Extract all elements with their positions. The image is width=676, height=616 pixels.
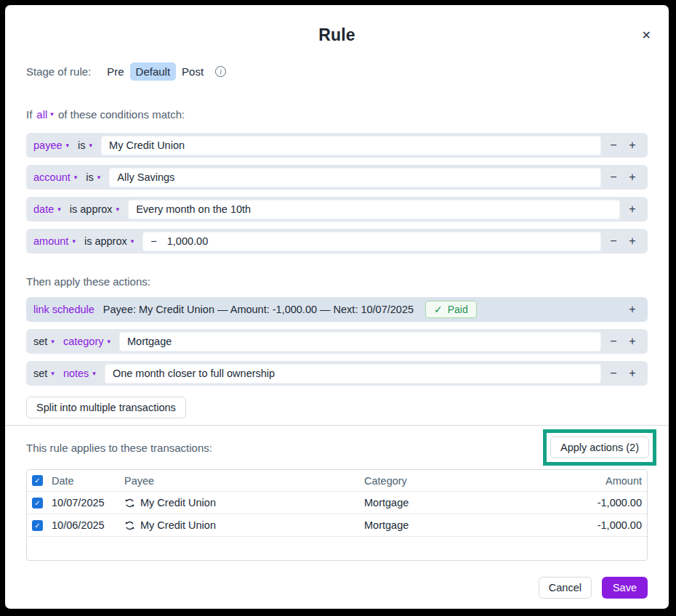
add-condition-button[interactable]: + xyxy=(623,135,642,155)
remove-action-button[interactable]: − xyxy=(604,331,623,352)
stage-option-default[interactable]: Default xyxy=(130,62,177,81)
condition-value-input[interactable] xyxy=(109,168,601,187)
recurring-icon xyxy=(124,498,135,508)
condition-op-select[interactable]: is approx ▾ xyxy=(70,203,119,215)
conditions-heading-suffix: of these conditions match: xyxy=(58,108,185,121)
chevron-down-icon: ▾ xyxy=(51,339,55,345)
row-controls: − + xyxy=(604,231,642,251)
action-verb-select[interactable]: set ▾ xyxy=(33,368,55,379)
row-checkbox[interactable]: ✓ xyxy=(32,498,43,508)
transaction-row[interactable]: ✓ 10/06/2025 My Credit Union Mortgage -1… xyxy=(27,514,647,536)
transaction-amount: -1,000.00 xyxy=(597,497,642,508)
action-field-select[interactable]: notes ▾ xyxy=(63,368,96,379)
select-all-checkbox[interactable]: ✓ xyxy=(32,475,43,486)
conditions-heading: If all ▾ of these conditions match: xyxy=(26,108,648,121)
column-header-category: Category xyxy=(364,475,605,487)
condition-op-label: is xyxy=(78,139,85,151)
condition-field-select[interactable]: amount ▾ xyxy=(33,235,76,247)
amount-sign-toggle[interactable]: − xyxy=(150,235,156,247)
page-title: Rule xyxy=(26,25,648,45)
remove-action-button[interactable]: − xyxy=(604,363,623,384)
transaction-amount: -1,000.00 xyxy=(597,519,642,531)
match-operator-select[interactable]: all ▾ xyxy=(36,108,54,121)
split-transactions-button[interactable]: Split into multiple transactions xyxy=(26,397,186,418)
remove-condition-button[interactable]: − xyxy=(604,231,623,251)
chevron-down-icon: ▾ xyxy=(66,142,70,149)
condition-field-label: amount xyxy=(33,235,68,247)
action-value-input[interactable] xyxy=(105,364,601,384)
condition-value-input[interactable] xyxy=(101,136,601,155)
action-row-category: set ▾ category ▾ − + xyxy=(26,329,648,354)
transaction-row[interactable]: ✓ 10/07/2025 My Credit Union Mortgage -1… xyxy=(27,491,647,514)
condition-op-label: is approx xyxy=(84,235,127,247)
transaction-category: Mortgage xyxy=(364,497,597,508)
transaction-payee: My Credit Union xyxy=(140,497,216,508)
transaction-date: 10/07/2025 xyxy=(52,497,124,508)
condition-row-amount: amount ▾ is approx ▾ − 1,000.00 − + xyxy=(26,229,648,254)
chevron-down-icon: ▾ xyxy=(89,142,93,149)
column-header-amount: Amount xyxy=(605,475,642,487)
add-condition-button[interactable]: + xyxy=(623,231,642,251)
condition-op-label: is approx xyxy=(70,203,113,215)
remove-condition-button[interactable]: − xyxy=(604,135,623,155)
actions-heading: Then apply these actions: xyxy=(26,275,648,288)
column-header-date: Date xyxy=(52,475,124,487)
condition-op-select[interactable]: is approx ▾ xyxy=(84,235,134,247)
condition-field-select[interactable]: account ▾ xyxy=(33,171,77,183)
condition-op-select[interactable]: is ▾ xyxy=(86,171,100,183)
transactions-table: ✓ Date Payee Category Amount ✓ 10/07/202… xyxy=(26,469,648,561)
action-field-select[interactable]: category ▾ xyxy=(63,336,110,347)
condition-amount-field[interactable]: − 1,000.00 xyxy=(142,232,601,251)
stage-option-post[interactable]: Post xyxy=(176,62,209,81)
row-controls: + xyxy=(623,299,642,320)
transaction-date: 10/06/2025 xyxy=(52,519,124,531)
actions-list: link schedule Payee: My Credit Union — A… xyxy=(26,297,648,386)
save-button[interactable]: Save xyxy=(602,577,648,599)
action-verb-select[interactable]: set ▾ xyxy=(33,336,55,347)
schedule-description: Payee: My Credit Union — Amount: -1,000.… xyxy=(103,304,414,315)
transaction-category: Mortgage xyxy=(364,519,597,531)
transaction-payee: My Credit Union xyxy=(140,519,216,531)
match-operator-value: all xyxy=(36,108,47,121)
link-schedule-button[interactable]: link schedule xyxy=(33,304,94,315)
chevron-down-icon: ▾ xyxy=(116,206,120,213)
add-condition-button[interactable]: + xyxy=(623,167,642,187)
chevron-down-icon: ▾ xyxy=(131,238,134,245)
column-header-payee: Payee xyxy=(124,475,364,487)
transactions-table-header: ✓ Date Payee Category Amount xyxy=(27,470,647,491)
action-value-input[interactable] xyxy=(119,332,601,352)
action-row-notes: set ▾ notes ▾ − + xyxy=(26,361,648,386)
condition-field-select[interactable]: payee ▾ xyxy=(33,139,69,151)
row-controls: − + xyxy=(604,331,642,352)
empty-table-row xyxy=(27,536,647,560)
row-controls: − + xyxy=(604,167,642,187)
add-condition-button[interactable]: + xyxy=(623,199,642,219)
close-icon[interactable]: ✕ xyxy=(642,30,651,41)
row-checkbox[interactable]: ✓ xyxy=(32,520,43,531)
apply-actions-button[interactable]: Apply actions (2) xyxy=(550,437,649,458)
condition-field-label: payee xyxy=(33,139,63,151)
stage-option-pre[interactable]: Pre xyxy=(101,62,129,81)
remove-condition-button[interactable]: − xyxy=(604,167,623,187)
conditions-list: payee ▾ is ▾ − + account ▾ is ▾ xyxy=(26,133,648,254)
transactions-header: This rule applies to these transactions:… xyxy=(26,429,648,466)
condition-field-label: date xyxy=(33,203,54,215)
check-icon: ✓ xyxy=(34,522,40,530)
condition-value-input[interactable] xyxy=(128,200,620,219)
cancel-button[interactable]: Cancel xyxy=(539,577,592,599)
add-action-button[interactable]: + xyxy=(623,299,642,320)
rule-modal: Rule ✕ Stage of rule: Pre Default Post i… xyxy=(5,5,669,609)
modal-footer: Cancel Save xyxy=(26,577,648,599)
condition-row-date: date ▾ is approx ▾ + xyxy=(26,197,648,222)
recurring-icon xyxy=(124,520,135,531)
condition-field-select[interactable]: date ▾ xyxy=(33,203,61,215)
info-icon: i xyxy=(215,66,226,77)
add-action-button[interactable]: + xyxy=(623,363,642,384)
transactions-heading: This rule applies to these transactions: xyxy=(26,442,212,454)
row-controls: − + xyxy=(604,363,642,384)
add-action-button[interactable]: + xyxy=(623,331,642,352)
condition-op-select[interactable]: is ▾ xyxy=(78,139,92,151)
link-schedule-label: link schedule xyxy=(33,304,94,315)
condition-row-account: account ▾ is ▾ − + xyxy=(26,165,648,190)
linked-schedule-row: link schedule Payee: My Credit Union — A… xyxy=(26,297,648,322)
